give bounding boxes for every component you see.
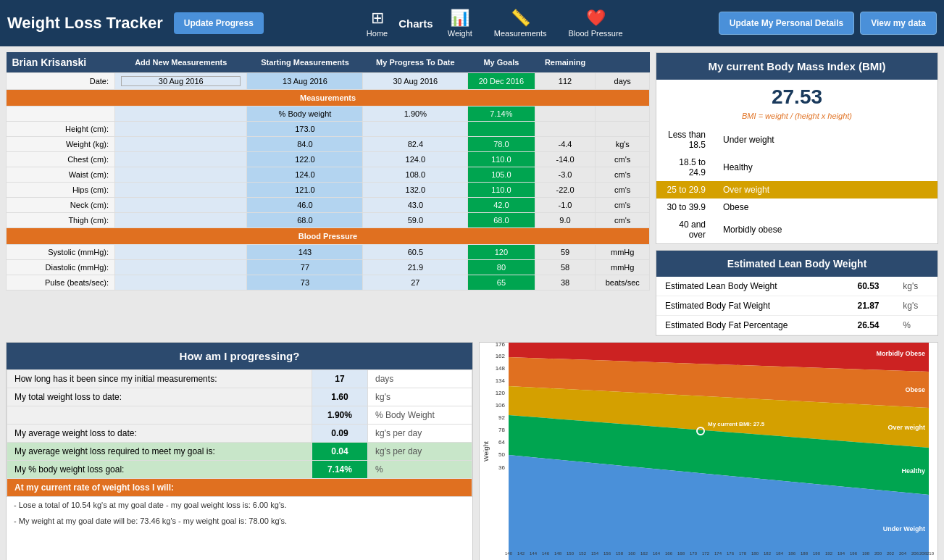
- y-label-162: 162: [496, 353, 506, 359]
- svg-text:170: 170: [690, 551, 698, 556]
- th-remaining: Remaining: [535, 52, 596, 73]
- measurements-icon: 📏: [511, 9, 530, 28]
- nav-measurements[interactable]: 📏 Measurements: [494, 9, 547, 38]
- y-label-78: 78: [498, 427, 505, 433]
- remaining-days-cell: 112: [535, 73, 596, 90]
- zone-label-underweight: Under Weight: [883, 525, 925, 532]
- progress-row: How long has it been since my initial me…: [7, 370, 472, 388]
- bmi-category-row: 30 to 39.9 Obese: [656, 198, 937, 216]
- table-row: Pulse (beats/sec): 73 27 65 38 beats/sec: [7, 275, 650, 291]
- x-label: 140: [505, 551, 513, 556]
- progress-row-avg-required: My average weight loss required to meet …: [7, 443, 472, 461]
- svg-text:180: 180: [751, 551, 759, 556]
- pct-goal-cell: 7.14%: [468, 106, 535, 122]
- table-row: Height (cm): 173.0: [7, 122, 650, 137]
- bmi-category-row: Less than 18.5 Under weight: [656, 126, 937, 154]
- th-user-name: Brian Krisanski: [7, 52, 115, 73]
- measurements-section-header: Measurements: [7, 90, 650, 106]
- svg-text:160: 160: [628, 551, 636, 556]
- date-progress-cell: 30 Aug 2016: [363, 73, 468, 90]
- lean-row: Estimated Body Fat Weight 21.87 kg's: [656, 296, 937, 316]
- bmi-dot-label: My current BMI: 27.5: [708, 421, 765, 427]
- y-label-120: 120: [496, 390, 506, 396]
- table-row: Thigh (cm): 68.0 59.0 68.0 9.0 cm's: [7, 213, 650, 228]
- y-label-106: 106: [496, 402, 506, 409]
- svg-text:198: 198: [862, 551, 870, 556]
- weight-icon: 📊: [450, 9, 469, 28]
- measurements-table: Brian Krisanski Add New Measurements Sta…: [6, 52, 650, 291]
- zone-label-morbid: Morbidly Obese: [876, 350, 925, 357]
- lean-row: Estimated Body Fat Percentage 26.54 %: [656, 316, 937, 335]
- y-label-92: 92: [498, 414, 505, 421]
- height-label: Height (cm):: [7, 122, 115, 137]
- main-nav: ⊞ Home Charts 📊 Weight 📏 Measurements ❤️…: [271, 9, 719, 38]
- height-add-cell: [115, 122, 247, 137]
- bmi-category-row-highlight: 25 to 29.9 Over weight: [656, 181, 937, 198]
- svg-text:210: 210: [927, 551, 935, 556]
- svg-text:176: 176: [727, 551, 735, 556]
- view-data-button[interactable]: View my data: [860, 12, 937, 35]
- svg-text:206: 206: [911, 551, 919, 556]
- blood-pressure-icon: ❤️: [586, 9, 606, 28]
- bmi-value: 27.53: [656, 80, 937, 112]
- y-label-148: 148: [496, 365, 506, 372]
- lean-table: Estimated Lean Body Weight 60.53 kg's Es…: [656, 277, 937, 335]
- pct-body-weight-row: % Body weight 1.90% 7.14%: [7, 106, 650, 122]
- progress-title: How am I progressing?: [7, 343, 472, 369]
- pct-body-label: % Body weight: [247, 106, 363, 122]
- pct-progress-cell: 1.90%: [363, 106, 468, 122]
- svg-text:172: 172: [702, 551, 710, 556]
- zone-label-overweight: Over weight: [887, 424, 925, 431]
- th-progress: My Progress To Date: [363, 52, 468, 73]
- bmi-category-row: 18.5 to 24.9 Healthy: [656, 154, 937, 181]
- update-personal-button[interactable]: Update My Personal Details: [719, 12, 854, 35]
- svg-text:202: 202: [887, 551, 895, 556]
- nav-home[interactable]: ⊞ Home: [367, 9, 388, 38]
- svg-text:182: 182: [764, 551, 772, 556]
- nav-blood-pressure[interactable]: ❤️ Blood Pressure: [569, 9, 623, 38]
- app-header: Weight Loss Tracker Update Progress ⊞ Ho…: [0, 0, 944, 46]
- svg-text:200: 200: [874, 551, 882, 556]
- bmi-chart-area: 176 162 148 134 120 106 92 78 64 50 36 W…: [479, 342, 938, 560]
- y-label-64: 64: [498, 439, 505, 446]
- date-start-cell: 13 Aug 2016: [247, 73, 363, 90]
- progress-note-2: - My weight at my goal date will be: 73.…: [7, 513, 472, 529]
- nav-weight[interactable]: 📊 Weight: [448, 9, 472, 38]
- app-title: Weight Loss Tracker: [7, 14, 163, 33]
- progress-row: 1.90% % Body Weight: [7, 406, 472, 425]
- bmi-category-row: 40 and over Morbidly obese: [656, 216, 937, 243]
- date-label: Date:: [7, 73, 115, 90]
- y-axis-title: Weight: [483, 441, 490, 461]
- lean-panel: Estimated Lean Body Weight Estimated Lea…: [656, 250, 938, 336]
- charts-label: Charts: [398, 17, 433, 30]
- y-label-134: 134: [496, 377, 506, 384]
- bp-section-row: Blood Pressure: [7, 228, 650, 245]
- right-panel: My current Body Mass Index (BMI) 27.53 B…: [656, 52, 938, 336]
- date-add-input[interactable]: [121, 76, 241, 86]
- progress-panel: How am I progressing? How long has it be…: [6, 342, 473, 560]
- svg-text:146: 146: [542, 551, 550, 556]
- zone-label-obese: Obese: [905, 386, 925, 393]
- date-row: Date: 13 Aug 2016 30 Aug 2016 20 Dec 201…: [7, 73, 650, 90]
- pct-unit-cell: [596, 106, 650, 122]
- table-row: Systolic (mmHg): 143 60.5 120 59 mmHg: [7, 245, 650, 260]
- bmi-categories-table: Less than 18.5 Under weight 18.5 to 24.9…: [656, 126, 937, 243]
- table-row: Waist (cm): 124.0 108.0 105.0 -3.0 cm's: [7, 167, 650, 183]
- svg-text:204: 204: [899, 551, 907, 556]
- progress-note-1: - Lose a total of 10.54 kg's at my goal …: [7, 497, 472, 513]
- svg-text:144: 144: [530, 551, 538, 556]
- svg-text:188: 188: [801, 551, 809, 556]
- bmi-chart-svg: 176 162 148 134 120 106 92 78 64 50 36 W…: [480, 343, 938, 560]
- pct-add-cell: [115, 106, 247, 122]
- bottom-section: How am I progressing? How long has it be…: [0, 342, 944, 560]
- date-goal-cell: 20 Dec 2016: [468, 73, 535, 90]
- bp-section-header: Blood Pressure: [7, 228, 650, 245]
- svg-text:162: 162: [640, 551, 648, 556]
- update-progress-button[interactable]: Update Progress: [174, 12, 264, 34]
- y-label-36: 36: [498, 464, 505, 471]
- svg-text:196: 196: [850, 551, 858, 556]
- table-row: Weight (kg): 84.0 82.4 78.0 -4.4 kg's: [7, 137, 650, 152]
- pct-label: [7, 106, 115, 122]
- left-panel: Brian Krisanski Add New Measurements Sta…: [6, 52, 650, 336]
- y-label-50: 50: [498, 451, 505, 458]
